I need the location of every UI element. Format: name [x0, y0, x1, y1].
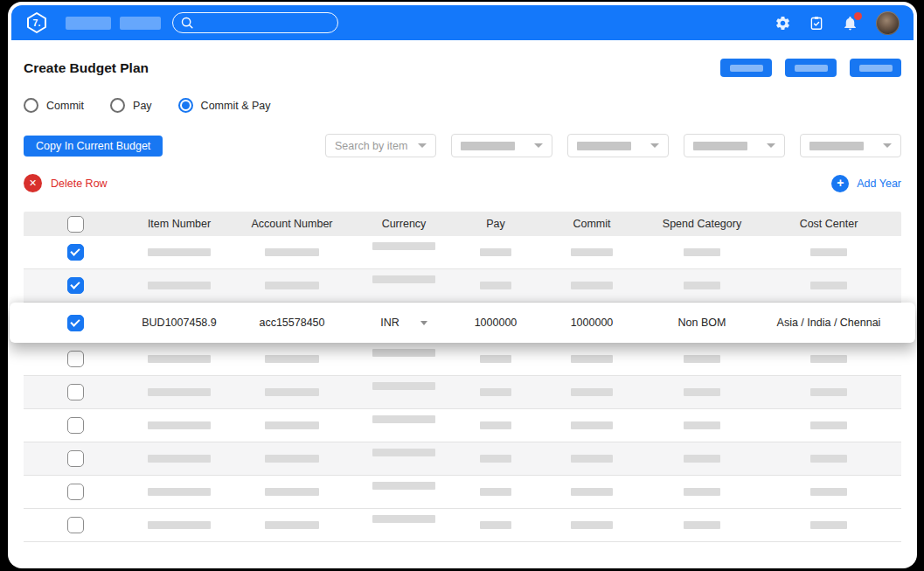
currency-cell[interactable]	[352, 515, 455, 535]
search-by-item-dropdown[interactable]: Search by item	[325, 134, 436, 157]
radio-option[interactable]: Pay	[110, 98, 152, 113]
table-row[interactable]	[24, 409, 901, 442]
table-row[interactable]	[24, 236, 901, 269]
nav-placeholder-2[interactable]	[120, 17, 161, 30]
radio-option[interactable]: Commit & Pay	[178, 98, 271, 113]
item-number-cell	[127, 521, 232, 529]
table-body: BUD1007458.9 acc15578450 INR 1000000 100…	[24, 236, 901, 542]
row-checkbox[interactable]	[67, 244, 84, 261]
commit-cell: 1000000	[536, 317, 648, 329]
user-avatar[interactable]	[876, 11, 900, 35]
table-row[interactable]	[24, 509, 901, 542]
global-search-input[interactable]	[172, 12, 338, 33]
commit-cell	[536, 388, 648, 396]
filter-dropdown-1[interactable]	[451, 134, 552, 157]
row-checkbox[interactable]	[67, 450, 84, 467]
placeholder-bar	[810, 248, 847, 256]
nav-placeholder-1[interactable]	[66, 17, 111, 30]
currency-cell[interactable]	[352, 449, 455, 469]
currency-cell[interactable]	[352, 482, 455, 502]
app-logo[interactable]: 7.	[25, 11, 48, 34]
table-row[interactable]	[24, 442, 901, 476]
tasks-button[interactable]	[809, 15, 824, 31]
budget-type-radio-group: Commit Pay Commit & Pay	[24, 98, 901, 113]
column-header-cost-center: Cost Center	[756, 218, 901, 230]
chevron-down-icon[interactable]	[420, 321, 427, 325]
currency-cell[interactable]	[352, 349, 455, 369]
pay-cell	[455, 248, 536, 256]
select-all-checkbox[interactable]	[67, 216, 84, 233]
placeholder-bar	[571, 521, 613, 529]
column-header-pay: Pay	[455, 218, 536, 230]
table-row[interactable]	[24, 269, 901, 303]
table-row[interactable]	[24, 343, 901, 376]
filter-dropdown-4[interactable]	[800, 134, 901, 157]
placeholder-bar	[684, 355, 720, 363]
table-row[interactable]	[24, 476, 901, 509]
row-checkbox[interactable]	[67, 384, 84, 400]
placeholder-bar	[684, 421, 720, 429]
currency-cell[interactable]: INR	[352, 317, 455, 329]
commit-cell	[536, 521, 648, 529]
filter-dropdown-3[interactable]	[684, 134, 785, 157]
placeholder-bar	[480, 248, 511, 256]
commit-cell	[536, 455, 648, 463]
placeholder-bar	[684, 388, 720, 396]
placeholder-bar	[684, 488, 720, 496]
gear-icon	[775, 15, 791, 31]
pay-cell	[455, 521, 536, 529]
column-header-spend-category: Spend Category	[648, 218, 756, 230]
placeholder-bar	[571, 488, 613, 496]
spend-category-cell	[648, 388, 756, 396]
table-row[interactable]	[24, 376, 901, 409]
topbar: 7.	[11, 5, 914, 40]
cost-center-cell: Asia / India / Chennai	[756, 317, 901, 329]
column-header-item-number: Item Number	[127, 218, 232, 230]
notifications-button[interactable]	[842, 15, 858, 31]
header-placeholder-button-3[interactable]	[850, 59, 901, 77]
currency-cell[interactable]	[352, 382, 455, 402]
account-number-cell	[232, 521, 352, 529]
row-checkbox[interactable]	[67, 351, 84, 367]
page-title: Create Budget Plan	[24, 60, 149, 76]
add-year-button[interactable]: + Add Year	[831, 175, 901, 192]
placeholder-bar	[810, 388, 847, 396]
pay-cell	[455, 282, 536, 289]
account-number-cell	[232, 282, 352, 289]
pay-cell	[455, 355, 536, 363]
cost-center-cell	[756, 455, 901, 463]
currency-cell[interactable]	[352, 415, 455, 435]
placeholder-bar	[265, 355, 319, 363]
topbar-actions	[775, 11, 900, 35]
row-checkbox[interactable]	[67, 484, 84, 500]
header-placeholder-button-1[interactable]	[720, 59, 772, 77]
column-header-currency: Currency	[352, 218, 455, 230]
settings-button[interactable]	[775, 15, 791, 31]
table-row[interactable]: BUD1007458.9 acc15578450 INR 1000000 100…	[10, 303, 915, 343]
item-number-cell	[127, 282, 232, 289]
row-checkbox[interactable]	[67, 277, 84, 294]
placeholder-bar	[372, 242, 435, 250]
currency-cell[interactable]	[352, 242, 455, 262]
placeholder-bar	[571, 282, 613, 289]
placeholder-bar	[148, 421, 211, 429]
chevron-down-icon	[883, 143, 892, 148]
row-checkbox[interactable]	[67, 517, 84, 533]
placeholder-bar	[265, 521, 319, 529]
placeholder-bar	[372, 349, 435, 357]
placeholder-bar	[810, 521, 847, 529]
placeholder-bar	[810, 488, 847, 496]
item-number-cell: BUD1007458.9	[127, 317, 232, 329]
header-placeholder-button-2[interactable]	[785, 59, 837, 77]
account-number-cell	[232, 421, 352, 429]
radio-option[interactable]: Commit	[24, 98, 84, 113]
currency-cell[interactable]	[352, 275, 455, 296]
spend-category-cell	[648, 521, 756, 529]
filter-dropdown-2[interactable]	[567, 134, 669, 157]
delete-row-button[interactable]: ✕ Delete Row	[24, 174, 108, 192]
placeholder-bar	[372, 415, 435, 423]
copy-in-current-budget-button[interactable]: Copy In Current Budget	[24, 136, 163, 157]
placeholder-bar	[265, 248, 319, 256]
row-checkbox[interactable]	[67, 417, 84, 434]
row-checkbox[interactable]	[67, 315, 84, 331]
